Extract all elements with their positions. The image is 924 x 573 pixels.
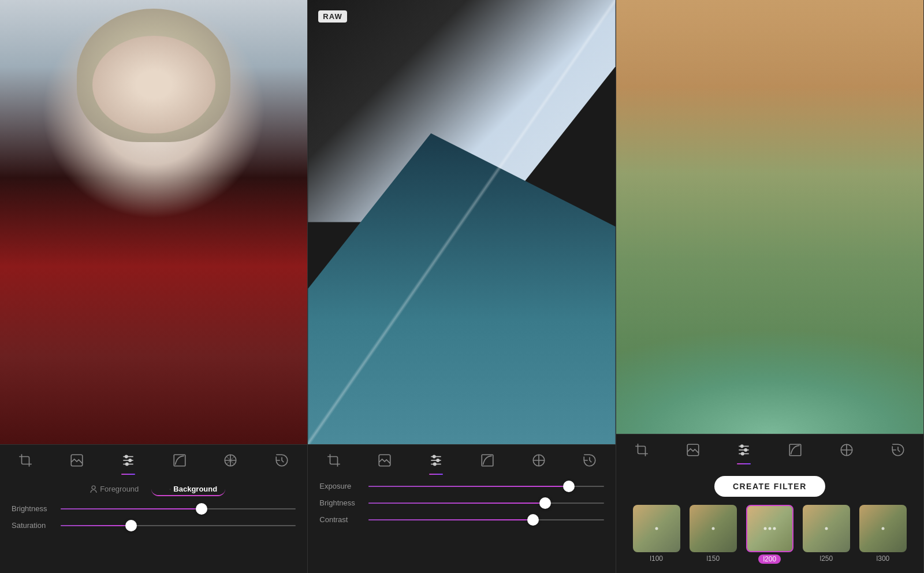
panel1-image [0, 0, 307, 444]
brightness-track[interactable] [61, 508, 296, 509]
filter-l300[interactable]: l300 [859, 505, 907, 564]
panel2-image: RAW [308, 0, 615, 444]
filter-l150[interactable]: l150 [690, 505, 737, 564]
exposure-track[interactable] [368, 486, 603, 487]
panel3-image [616, 0, 923, 434]
sliders-icon[interactable] [425, 451, 447, 470]
filter-l150-label: l150 [706, 555, 720, 563]
svg-point-23 [745, 449, 747, 451]
hsl-icon[interactable] [219, 451, 241, 470]
filter-strip: l100 l150 l200 [628, 505, 912, 564]
panel2-toolbar [308, 444, 615, 475]
filter-l300-thumb [859, 505, 907, 552]
create-filter-container: CREATE FILTER [628, 476, 912, 497]
contrast-row: Contrast [319, 515, 603, 524]
filter-l200-label: l200 [758, 555, 781, 564]
image-icon[interactable] [682, 440, 704, 460]
background-label: Background [173, 485, 217, 493]
panel2-diagonal [308, 0, 615, 444]
panel3-splash [616, 261, 923, 434]
raw-badge: RAW [318, 10, 346, 23]
contrast-track[interactable] [368, 519, 603, 520]
svg-point-4 [125, 455, 127, 457]
filter-l250[interactable]: l250 [803, 505, 850, 564]
hsl-icon[interactable] [528, 451, 550, 470]
saturation-label: Saturation [12, 521, 55, 530]
segment-toggle: Foreground Background [12, 482, 296, 496]
exposure-row: Exposure [319, 482, 603, 490]
crop-icon[interactable] [323, 451, 345, 470]
foreground-label: Foreground [100, 485, 139, 493]
image-icon[interactable] [66, 451, 88, 470]
svg-point-22 [741, 445, 743, 447]
create-filter-button[interactable]: CREATE FILTER [714, 476, 825, 497]
svg-point-15 [434, 463, 436, 465]
filter-l300-label: l300 [877, 555, 890, 563]
curve-icon[interactable] [784, 440, 806, 460]
svg-point-14 [437, 459, 439, 462]
hsl-icon[interactable] [836, 440, 858, 460]
brightness-label: Brightness [12, 504, 55, 513]
saturation-row: Saturation [12, 521, 296, 530]
background-btn[interactable]: Background [151, 482, 225, 496]
filter-l250-thumb [803, 505, 850, 552]
panel3-toolbar [616, 434, 923, 464]
panel2-controls: Exposure Brightness Contrast [308, 475, 615, 573]
history-icon[interactable] [271, 451, 293, 470]
filter-l200[interactable]: l200 [746, 505, 793, 564]
brightness-row: Brightness [319, 498, 603, 507]
exposure-label: Exposure [319, 482, 363, 490]
history-icon[interactable] [887, 440, 909, 460]
curve-icon[interactable] [169, 451, 191, 470]
saturation-track[interactable] [61, 525, 296, 526]
curve-icon[interactable] [476, 451, 498, 470]
history-icon[interactable] [579, 451, 601, 470]
svg-point-5 [129, 459, 131, 462]
panel1-controls: Foreground Background Brightness Saturat… [0, 475, 307, 573]
sliders-icon[interactable] [733, 440, 755, 460]
panel-3: CREATE FILTER l100 l150 [616, 0, 924, 573]
sliders-icon[interactable] [117, 451, 139, 470]
panel-1: Foreground Background Brightness Saturat… [0, 0, 308, 573]
panel1-toolbar [0, 444, 307, 475]
panel-2: RAW [308, 0, 616, 573]
filter-l150-thumb [690, 505, 737, 552]
brightness-row: Brightness [12, 504, 296, 513]
filter-l200-thumb [746, 505, 793, 552]
brightness-track[interactable] [368, 503, 603, 504]
foreground-btn[interactable]: Foreground [82, 482, 147, 496]
contrast-label: Contrast [319, 515, 363, 524]
filter-l100-label: l100 [650, 555, 663, 563]
svg-point-6 [125, 463, 128, 465]
crop-icon[interactable] [631, 440, 653, 460]
brightness-label: Brightness [319, 498, 363, 507]
model-face [92, 36, 215, 133]
crop-icon[interactable] [14, 451, 36, 470]
panel3-controls: CREATE FILTER l100 l150 [616, 464, 923, 573]
svg-point-24 [742, 452, 744, 455]
filter-l100[interactable]: l100 [633, 505, 680, 564]
filter-l100-thumb [633, 505, 680, 552]
svg-point-13 [433, 455, 435, 457]
image-icon[interactable] [374, 451, 396, 470]
filter-l250-label: l250 [820, 555, 833, 563]
